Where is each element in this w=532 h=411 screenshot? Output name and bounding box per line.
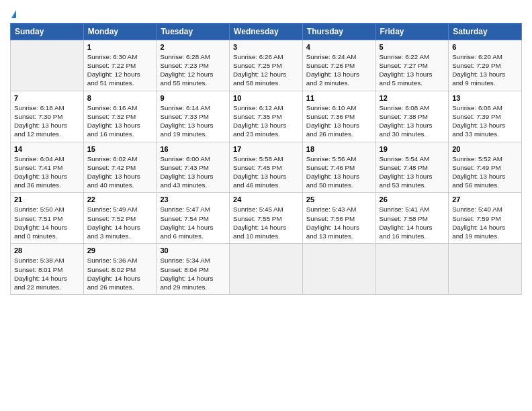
day-info: Sunrise: 6:26 AMSunset: 7:25 PMDaylight:… (233, 52, 299, 88)
calendar-header-row: SundayMondayTuesdayWednesdayThursdayFrid… (11, 23, 522, 40)
day-cell (449, 244, 522, 295)
day-info: Sunrise: 5:54 AMSunset: 7:48 PMDaylight:… (380, 154, 445, 190)
logo (10, 7, 16, 20)
day-info: Sunrise: 6:08 AMSunset: 7:38 PMDaylight:… (380, 103, 445, 139)
day-cell: 7 Sunrise: 6:18 AMSunset: 7:30 PMDayligh… (11, 91, 84, 142)
day-cell: 19 Sunrise: 5:54 AMSunset: 7:48 PMDaylig… (375, 142, 449, 193)
day-number: 16 (160, 145, 226, 153)
day-info: Sunrise: 5:36 AMSunset: 8:02 PMDaylight:… (87, 256, 153, 291)
day-number: 15 (87, 145, 153, 153)
day-number: 12 (380, 94, 445, 102)
day-cell: 1 Sunrise: 6:30 AMSunset: 7:22 PMDayligh… (83, 40, 157, 91)
day-number: 29 (87, 246, 153, 255)
day-info: Sunrise: 6:24 AMSunset: 7:26 PMDaylight:… (306, 52, 372, 88)
day-info: Sunrise: 6:10 AMSunset: 7:36 PMDaylight:… (306, 103, 372, 139)
day-cell: 29 Sunrise: 5:36 AMSunset: 8:02 PMDaylig… (83, 244, 157, 295)
day-cell: 2 Sunrise: 6:28 AMSunset: 7:23 PMDayligh… (157, 40, 230, 91)
day-info: Sunrise: 5:34 AMSunset: 8:04 PMDaylight:… (160, 256, 226, 291)
day-cell (230, 244, 303, 295)
day-cell: 10 Sunrise: 6:12 AMSunset: 7:35 PMDaylig… (230, 91, 303, 142)
day-number: 26 (380, 195, 445, 203)
day-cell: 24 Sunrise: 5:45 AMSunset: 7:55 PMDaylig… (230, 193, 303, 244)
logo-text (10, 7, 16, 20)
day-info: Sunrise: 6:16 AMSunset: 7:32 PMDaylight:… (87, 103, 153, 139)
day-number: 10 (233, 94, 299, 102)
day-cell: 20 Sunrise: 5:52 AMSunset: 7:49 PMDaylig… (449, 142, 522, 193)
day-header-friday: Friday (375, 23, 449, 40)
day-info: Sunrise: 6:02 AMSunset: 7:42 PMDaylight:… (87, 154, 153, 190)
day-number: 7 (14, 94, 80, 102)
day-number: 1 (87, 43, 153, 51)
week-row-4: 21 Sunrise: 5:50 AMSunset: 7:51 PMDaylig… (11, 193, 522, 244)
day-cell: 14 Sunrise: 6:04 AMSunset: 7:41 PMDaylig… (11, 142, 84, 193)
week-row-3: 14 Sunrise: 6:04 AMSunset: 7:41 PMDaylig… (11, 142, 522, 193)
day-info: Sunrise: 6:22 AMSunset: 7:27 PMDaylight:… (380, 52, 445, 88)
day-info: Sunrise: 5:40 AMSunset: 7:59 PMDaylight:… (452, 205, 518, 240)
day-header-tuesday: Tuesday (157, 23, 230, 40)
day-number: 21 (14, 195, 80, 203)
day-info: Sunrise: 5:41 AMSunset: 7:58 PMDaylight:… (380, 205, 445, 240)
logo-triangle-icon (11, 10, 16, 18)
day-cell: 15 Sunrise: 6:02 AMSunset: 7:42 PMDaylig… (83, 142, 157, 193)
day-cell: 5 Sunrise: 6:22 AMSunset: 7:27 PMDayligh… (375, 40, 449, 91)
day-header-saturday: Saturday (449, 23, 522, 40)
day-number: 30 (160, 246, 226, 255)
day-number: 23 (160, 195, 226, 203)
day-number: 8 (87, 94, 153, 102)
day-cell: 22 Sunrise: 5:49 AMSunset: 7:52 PMDaylig… (83, 193, 157, 244)
day-info: Sunrise: 5:50 AMSunset: 7:51 PMDaylight:… (14, 205, 80, 240)
day-number: 24 (233, 195, 299, 203)
calendar-table: SundayMondayTuesdayWednesdayThursdayFrid… (10, 23, 522, 295)
day-info: Sunrise: 6:30 AMSunset: 7:22 PMDaylight:… (87, 52, 153, 88)
day-cell: 27 Sunrise: 5:40 AMSunset: 7:59 PMDaylig… (449, 193, 522, 244)
day-cell: 12 Sunrise: 6:08 AMSunset: 7:38 PMDaylig… (375, 91, 449, 142)
day-number: 18 (306, 145, 372, 153)
day-cell: 3 Sunrise: 6:26 AMSunset: 7:25 PMDayligh… (230, 40, 303, 91)
day-cell (11, 40, 84, 91)
day-info: Sunrise: 6:04 AMSunset: 7:41 PMDaylight:… (14, 154, 80, 190)
day-cell: 30 Sunrise: 5:34 AMSunset: 8:04 PMDaylig… (157, 244, 230, 295)
day-info: Sunrise: 6:14 AMSunset: 7:33 PMDaylight:… (160, 103, 226, 139)
week-row-5: 28 Sunrise: 5:38 AMSunset: 8:01 PMDaylig… (11, 244, 522, 295)
day-info: Sunrise: 6:18 AMSunset: 7:30 PMDaylight:… (14, 103, 80, 139)
day-header-monday: Monday (83, 23, 157, 40)
day-number: 14 (14, 145, 80, 153)
day-info: Sunrise: 5:45 AMSunset: 7:55 PMDaylight:… (233, 205, 299, 240)
week-row-2: 7 Sunrise: 6:18 AMSunset: 7:30 PMDayligh… (11, 91, 522, 142)
day-info: Sunrise: 5:58 AMSunset: 7:45 PMDaylight:… (233, 154, 299, 190)
day-info: Sunrise: 5:56 AMSunset: 7:46 PMDaylight:… (306, 154, 372, 190)
day-info: Sunrise: 5:47 AMSunset: 7:54 PMDaylight:… (160, 205, 226, 240)
day-number: 6 (452, 43, 518, 51)
day-number: 20 (452, 145, 518, 153)
day-info: Sunrise: 6:28 AMSunset: 7:23 PMDaylight:… (160, 52, 226, 88)
day-header-wednesday: Wednesday (230, 23, 303, 40)
day-cell: 21 Sunrise: 5:50 AMSunset: 7:51 PMDaylig… (11, 193, 84, 244)
day-info: Sunrise: 6:00 AMSunset: 7:43 PMDaylight:… (160, 154, 226, 190)
day-number: 28 (14, 246, 80, 255)
calendar-page: SundayMondayTuesdayWednesdayThursdayFrid… (0, 0, 532, 302)
day-info: Sunrise: 6:12 AMSunset: 7:35 PMDaylight:… (233, 103, 299, 139)
day-number: 22 (87, 195, 153, 203)
day-cell: 16 Sunrise: 6:00 AMSunset: 7:43 PMDaylig… (157, 142, 230, 193)
day-cell: 9 Sunrise: 6:14 AMSunset: 7:33 PMDayligh… (157, 91, 230, 142)
day-number: 2 (160, 43, 226, 51)
day-cell: 28 Sunrise: 5:38 AMSunset: 8:01 PMDaylig… (11, 244, 84, 295)
day-cell: 26 Sunrise: 5:41 AMSunset: 7:58 PMDaylig… (375, 193, 449, 244)
day-info: Sunrise: 6:20 AMSunset: 7:29 PMDaylight:… (452, 52, 518, 88)
day-number: 4 (306, 43, 372, 51)
day-cell: 13 Sunrise: 6:06 AMSunset: 7:39 PMDaylig… (449, 91, 522, 142)
day-cell: 8 Sunrise: 6:16 AMSunset: 7:32 PMDayligh… (83, 91, 157, 142)
day-number: 27 (452, 195, 518, 203)
day-number: 3 (233, 43, 299, 51)
day-cell: 4 Sunrise: 6:24 AMSunset: 7:26 PMDayligh… (302, 40, 375, 91)
day-number: 9 (160, 94, 226, 102)
day-cell: 23 Sunrise: 5:47 AMSunset: 7:54 PMDaylig… (157, 193, 230, 244)
day-cell (302, 244, 375, 295)
day-info: Sunrise: 5:49 AMSunset: 7:52 PMDaylight:… (87, 205, 153, 240)
day-cell: 18 Sunrise: 5:56 AMSunset: 7:46 PMDaylig… (302, 142, 375, 193)
day-cell: 25 Sunrise: 5:43 AMSunset: 7:56 PMDaylig… (302, 193, 375, 244)
day-number: 5 (380, 43, 445, 51)
day-number: 11 (306, 94, 372, 102)
day-cell: 6 Sunrise: 6:20 AMSunset: 7:29 PMDayligh… (449, 40, 522, 91)
day-cell (375, 244, 449, 295)
